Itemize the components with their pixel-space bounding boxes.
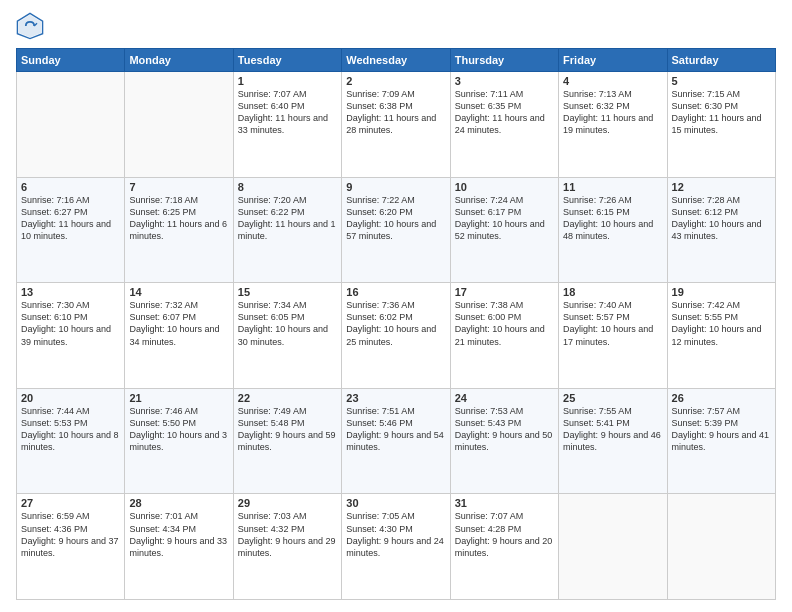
cell-info: Sunrise: 7:55 AM Sunset: 5:41 PM Dayligh… [563, 405, 662, 454]
calendar-cell: 18Sunrise: 7:40 AM Sunset: 5:57 PM Dayli… [559, 283, 667, 389]
calendar-cell: 19Sunrise: 7:42 AM Sunset: 5:55 PM Dayli… [667, 283, 775, 389]
calendar-cell: 6Sunrise: 7:16 AM Sunset: 6:27 PM Daylig… [17, 177, 125, 283]
page: SundayMondayTuesdayWednesdayThursdayFrid… [0, 0, 792, 612]
calendar-cell: 2Sunrise: 7:09 AM Sunset: 6:38 PM Daylig… [342, 72, 450, 178]
cell-info: Sunrise: 7:01 AM Sunset: 4:34 PM Dayligh… [129, 510, 228, 559]
calendar-cell: 14Sunrise: 7:32 AM Sunset: 6:07 PM Dayli… [125, 283, 233, 389]
day-number: 9 [346, 181, 445, 193]
calendar-cell [667, 494, 775, 600]
cell-info: Sunrise: 7:38 AM Sunset: 6:00 PM Dayligh… [455, 299, 554, 348]
calendar-cell: 26Sunrise: 7:57 AM Sunset: 5:39 PM Dayli… [667, 388, 775, 494]
cell-info: Sunrise: 7:28 AM Sunset: 6:12 PM Dayligh… [672, 194, 771, 243]
day-number: 1 [238, 75, 337, 87]
calendar-cell: 29Sunrise: 7:03 AM Sunset: 4:32 PM Dayli… [233, 494, 341, 600]
day-header: Monday [125, 49, 233, 72]
day-number: 13 [21, 286, 120, 298]
logo [16, 12, 48, 40]
cell-info: Sunrise: 7:07 AM Sunset: 4:28 PM Dayligh… [455, 510, 554, 559]
calendar-cell: 30Sunrise: 7:05 AM Sunset: 4:30 PM Dayli… [342, 494, 450, 600]
day-header: Friday [559, 49, 667, 72]
day-header: Wednesday [342, 49, 450, 72]
day-header: Thursday [450, 49, 558, 72]
cell-info: Sunrise: 7:13 AM Sunset: 6:32 PM Dayligh… [563, 88, 662, 137]
cell-info: Sunrise: 7:32 AM Sunset: 6:07 PM Dayligh… [129, 299, 228, 348]
day-number: 15 [238, 286, 337, 298]
cell-info: Sunrise: 7:42 AM Sunset: 5:55 PM Dayligh… [672, 299, 771, 348]
day-number: 29 [238, 497, 337, 509]
day-number: 3 [455, 75, 554, 87]
calendar-cell [125, 72, 233, 178]
calendar-cell: 13Sunrise: 7:30 AM Sunset: 6:10 PM Dayli… [17, 283, 125, 389]
calendar-cell: 7Sunrise: 7:18 AM Sunset: 6:25 PM Daylig… [125, 177, 233, 283]
calendar-cell: 17Sunrise: 7:38 AM Sunset: 6:00 PM Dayli… [450, 283, 558, 389]
header-row: SundayMondayTuesdayWednesdayThursdayFrid… [17, 49, 776, 72]
cell-info: Sunrise: 7:34 AM Sunset: 6:05 PM Dayligh… [238, 299, 337, 348]
cell-info: Sunrise: 7:46 AM Sunset: 5:50 PM Dayligh… [129, 405, 228, 454]
cell-info: Sunrise: 7:18 AM Sunset: 6:25 PM Dayligh… [129, 194, 228, 243]
cell-info: Sunrise: 7:03 AM Sunset: 4:32 PM Dayligh… [238, 510, 337, 559]
cell-info: Sunrise: 7:49 AM Sunset: 5:48 PM Dayligh… [238, 405, 337, 454]
calendar-cell: 21Sunrise: 7:46 AM Sunset: 5:50 PM Dayli… [125, 388, 233, 494]
day-header: Sunday [17, 49, 125, 72]
day-number: 10 [455, 181, 554, 193]
day-number: 21 [129, 392, 228, 404]
day-number: 20 [21, 392, 120, 404]
calendar-cell: 20Sunrise: 7:44 AM Sunset: 5:53 PM Dayli… [17, 388, 125, 494]
week-row: 6Sunrise: 7:16 AM Sunset: 6:27 PM Daylig… [17, 177, 776, 283]
week-row: 1Sunrise: 7:07 AM Sunset: 6:40 PM Daylig… [17, 72, 776, 178]
cell-info: Sunrise: 7:57 AM Sunset: 5:39 PM Dayligh… [672, 405, 771, 454]
cell-info: Sunrise: 7:30 AM Sunset: 6:10 PM Dayligh… [21, 299, 120, 348]
day-number: 23 [346, 392, 445, 404]
day-number: 17 [455, 286, 554, 298]
cell-info: Sunrise: 7:07 AM Sunset: 6:40 PM Dayligh… [238, 88, 337, 137]
calendar-cell: 5Sunrise: 7:15 AM Sunset: 6:30 PM Daylig… [667, 72, 775, 178]
day-number: 19 [672, 286, 771, 298]
day-header: Saturday [667, 49, 775, 72]
day-number: 14 [129, 286, 228, 298]
cell-info: Sunrise: 7:51 AM Sunset: 5:46 PM Dayligh… [346, 405, 445, 454]
calendar-cell: 11Sunrise: 7:26 AM Sunset: 6:15 PM Dayli… [559, 177, 667, 283]
day-number: 27 [21, 497, 120, 509]
cell-info: Sunrise: 7:20 AM Sunset: 6:22 PM Dayligh… [238, 194, 337, 243]
cell-info: Sunrise: 7:15 AM Sunset: 6:30 PM Dayligh… [672, 88, 771, 137]
cell-info: Sunrise: 7:26 AM Sunset: 6:15 PM Dayligh… [563, 194, 662, 243]
day-number: 26 [672, 392, 771, 404]
calendar-cell: 31Sunrise: 7:07 AM Sunset: 4:28 PM Dayli… [450, 494, 558, 600]
calendar-cell: 25Sunrise: 7:55 AM Sunset: 5:41 PM Dayli… [559, 388, 667, 494]
calendar-cell: 4Sunrise: 7:13 AM Sunset: 6:32 PM Daylig… [559, 72, 667, 178]
day-number: 24 [455, 392, 554, 404]
day-header: Tuesday [233, 49, 341, 72]
week-row: 13Sunrise: 7:30 AM Sunset: 6:10 PM Dayli… [17, 283, 776, 389]
calendar-cell: 1Sunrise: 7:07 AM Sunset: 6:40 PM Daylig… [233, 72, 341, 178]
day-number: 28 [129, 497, 228, 509]
calendar-cell [17, 72, 125, 178]
calendar-cell: 22Sunrise: 7:49 AM Sunset: 5:48 PM Dayli… [233, 388, 341, 494]
logo-icon [16, 12, 44, 40]
cell-info: Sunrise: 7:11 AM Sunset: 6:35 PM Dayligh… [455, 88, 554, 137]
day-number: 16 [346, 286, 445, 298]
calendar-cell: 28Sunrise: 7:01 AM Sunset: 4:34 PM Dayli… [125, 494, 233, 600]
day-number: 4 [563, 75, 662, 87]
day-number: 25 [563, 392, 662, 404]
cell-info: Sunrise: 7:16 AM Sunset: 6:27 PM Dayligh… [21, 194, 120, 243]
header [16, 12, 776, 40]
calendar-cell: 8Sunrise: 7:20 AM Sunset: 6:22 PM Daylig… [233, 177, 341, 283]
calendar-cell: 12Sunrise: 7:28 AM Sunset: 6:12 PM Dayli… [667, 177, 775, 283]
day-number: 30 [346, 497, 445, 509]
day-number: 12 [672, 181, 771, 193]
day-number: 7 [129, 181, 228, 193]
calendar-cell: 16Sunrise: 7:36 AM Sunset: 6:02 PM Dayli… [342, 283, 450, 389]
cell-info: Sunrise: 7:36 AM Sunset: 6:02 PM Dayligh… [346, 299, 445, 348]
week-row: 27Sunrise: 6:59 AM Sunset: 4:36 PM Dayli… [17, 494, 776, 600]
day-number: 2 [346, 75, 445, 87]
calendar-cell: 24Sunrise: 7:53 AM Sunset: 5:43 PM Dayli… [450, 388, 558, 494]
cell-info: Sunrise: 7:05 AM Sunset: 4:30 PM Dayligh… [346, 510, 445, 559]
calendar-cell: 3Sunrise: 7:11 AM Sunset: 6:35 PM Daylig… [450, 72, 558, 178]
day-number: 5 [672, 75, 771, 87]
day-number: 18 [563, 286, 662, 298]
calendar-cell: 9Sunrise: 7:22 AM Sunset: 6:20 PM Daylig… [342, 177, 450, 283]
calendar-cell: 15Sunrise: 7:34 AM Sunset: 6:05 PM Dayli… [233, 283, 341, 389]
cell-info: Sunrise: 7:53 AM Sunset: 5:43 PM Dayligh… [455, 405, 554, 454]
cell-info: Sunrise: 7:24 AM Sunset: 6:17 PM Dayligh… [455, 194, 554, 243]
cell-info: Sunrise: 7:09 AM Sunset: 6:38 PM Dayligh… [346, 88, 445, 137]
